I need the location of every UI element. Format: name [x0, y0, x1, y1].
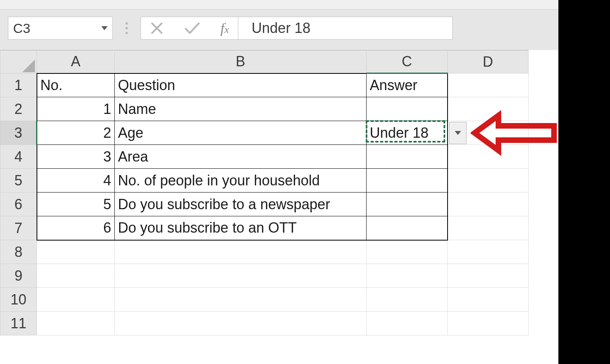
cell-A6[interactable]: 5: [37, 193, 115, 216]
cell-D7[interactable]: [448, 216, 529, 240]
cell-C2[interactable]: [367, 97, 448, 121]
cell-D2[interactable]: [448, 97, 529, 121]
cell-A4[interactable]: 3: [37, 145, 115, 169]
cell-B1[interactable]: Question: [115, 73, 367, 97]
row-header-4[interactable]: 4: [0, 145, 37, 169]
right-black-margin: [558, 0, 610, 364]
cell-B6[interactable]: Do you subscribe to a newspaper: [115, 193, 367, 216]
cell-D11[interactable]: [448, 312, 529, 335]
vertical-dots-icon[interactable]: [113, 22, 141, 34]
cell-A1[interactable]: No.: [37, 73, 115, 97]
col-header-A[interactable]: A: [37, 50, 115, 73]
cell-D1[interactable]: [448, 73, 529, 97]
cancel-icon[interactable]: [150, 21, 164, 35]
cell-A8[interactable]: [37, 240, 115, 264]
row-header-5[interactable]: 5: [0, 169, 37, 193]
row-header-11[interactable]: 11: [0, 312, 37, 335]
cell-D8[interactable]: [448, 240, 529, 264]
grid[interactable]: A B C D 1 No. Question Answer 2 1 Name: [0, 50, 529, 335]
cell-A11[interactable]: [37, 312, 115, 335]
cell-C6[interactable]: [367, 193, 448, 216]
row-header-6[interactable]: 6: [0, 193, 37, 216]
cell-B5[interactable]: No. of people in your household: [115, 169, 367, 193]
cell-C9[interactable]: [367, 264, 448, 288]
cell-A10[interactable]: [37, 288, 115, 312]
cell-A9[interactable]: [37, 264, 115, 288]
cell-B7[interactable]: Do you subscribe to an OTT: [115, 216, 367, 240]
row-header-9[interactable]: 9: [0, 264, 37, 288]
cell-C8[interactable]: [367, 240, 448, 264]
cell-B8[interactable]: [115, 240, 367, 264]
cell-B3[interactable]: Age: [115, 121, 367, 145]
cell-C10[interactable]: [367, 288, 448, 312]
fx-icon[interactable]: fx: [220, 20, 229, 37]
formula-buttons: fx: [141, 17, 238, 40]
row-header-10[interactable]: 10: [0, 288, 37, 312]
cell-A3[interactable]: 2: [37, 121, 115, 145]
chevron-down-icon: [455, 131, 461, 135]
row-header-3[interactable]: 3: [0, 121, 37, 145]
formula-input[interactable]: Under 18: [238, 17, 453, 40]
col-header-B[interactable]: B: [115, 50, 367, 73]
cell-A2[interactable]: 1: [37, 97, 115, 121]
cell-C1[interactable]: Answer: [367, 73, 448, 97]
cell-B11[interactable]: [115, 312, 367, 335]
cell-D4[interactable]: [448, 145, 529, 169]
select-all-corner[interactable]: [0, 50, 37, 73]
row-header-7[interactable]: 7: [0, 216, 37, 240]
cell-C3[interactable]: Under 18: [367, 121, 448, 145]
cell-D10[interactable]: [448, 288, 529, 312]
col-header-D[interactable]: D: [448, 50, 529, 73]
cell-A5[interactable]: 4: [37, 169, 115, 193]
cell-A7[interactable]: 6: [37, 216, 115, 240]
cell-C5[interactable]: [367, 169, 448, 193]
col-header-C[interactable]: C: [367, 50, 448, 73]
data-validation-dropdown[interactable]: [449, 122, 467, 144]
accept-icon[interactable]: [184, 21, 201, 35]
cell-B10[interactable]: [115, 288, 367, 312]
name-box-value: C3: [13, 21, 30, 36]
cell-C7[interactable]: [367, 216, 448, 240]
row-header-1[interactable]: 1: [0, 73, 37, 97]
chevron-down-icon[interactable]: [101, 26, 108, 30]
cell-B4[interactable]: Area: [115, 145, 367, 169]
cell-D9[interactable]: [448, 264, 529, 288]
worksheet[interactable]: A B C D 1 No. Question Answer 2 1 Name: [0, 50, 610, 335]
cell-B2[interactable]: Name: [115, 97, 367, 121]
cell-D6[interactable]: [448, 193, 529, 216]
row-header-8[interactable]: 8: [0, 240, 37, 264]
cell-D5[interactable]: [448, 169, 529, 193]
row-header-2[interactable]: 2: [0, 97, 37, 121]
name-box[interactable]: C3: [8, 17, 113, 40]
formula-input-value: Under 18: [252, 20, 311, 37]
cell-C4[interactable]: [367, 145, 448, 169]
cell-C11[interactable]: [367, 312, 448, 335]
formula-bar: C3 fx Under 18: [0, 10, 610, 50]
cell-B9[interactable]: [115, 264, 367, 288]
